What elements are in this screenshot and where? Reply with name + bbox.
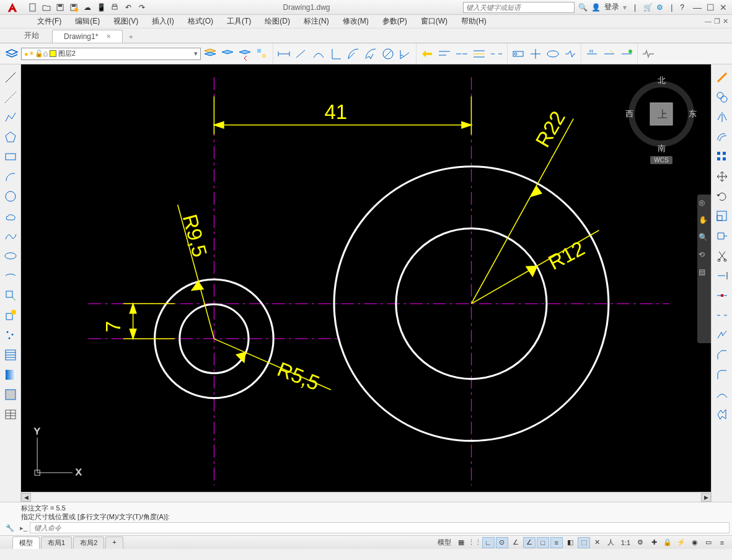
layer-match-icon[interactable]: [254, 46, 270, 62]
fillet-icon[interactable]: [714, 367, 730, 383]
tab-add-button[interactable]: +: [124, 32, 138, 43]
break-point-icon[interactable]: [714, 287, 730, 304]
wrench-icon[interactable]: 🔧: [2, 524, 17, 532]
nav-showmotion-icon[interactable]: ▤: [699, 268, 710, 279]
maximize-button[interactable]: ☐: [707, 2, 715, 12]
anno-scale[interactable]: 1:1: [619, 539, 633, 546]
make-block-icon[interactable]: [2, 307, 19, 323]
dim-ordinate-icon[interactable]: [328, 46, 344, 62]
point-icon[interactable]: [2, 327, 19, 343]
lwt-toggle[interactable]: ≡: [550, 537, 563, 548]
tab-close-icon[interactable]: ×: [107, 32, 111, 41]
tab-layout1[interactable]: 布局1: [41, 536, 72, 549]
view-cube[interactable]: 上 北 南 西 东 WCS: [624, 71, 699, 151]
search-go-icon[interactable]: 🔍: [578, 3, 588, 12]
ellipse-arc-icon[interactable]: [2, 268, 19, 284]
child-minimize[interactable]: —: [705, 17, 712, 25]
circle-icon[interactable]: [2, 188, 19, 204]
move-icon[interactable]: [714, 168, 730, 185]
share-icon[interactable]: ⚙: [656, 3, 663, 12]
chamfer-icon[interactable]: [714, 347, 730, 363]
layer-selector[interactable]: ● ☀ 🔓 ⎙ 图层2 ▾: [21, 48, 201, 60]
osnap-toggle[interactable]: □: [537, 537, 549, 548]
grid-toggle[interactable]: ▦: [455, 537, 467, 548]
trim-icon[interactable]: [714, 248, 730, 264]
login-label[interactable]: 登录: [604, 2, 619, 12]
array-icon[interactable]: [714, 149, 730, 165]
snap-toggle[interactable]: ⋮⋮: [469, 537, 481, 548]
clean-screen[interactable]: ▭: [702, 537, 715, 548]
menu-insert[interactable]: 插入(I): [146, 15, 180, 28]
hatch-icon[interactable]: [2, 347, 19, 363]
ellipse-icon[interactable]: [2, 248, 19, 264]
inspect-icon[interactable]: [545, 46, 561, 62]
dim-jogged-icon[interactable]: [363, 46, 379, 62]
drawing-canvas[interactable]: 41 R22 R12 R9,5 R5,5 7 X Y: [21, 64, 711, 492]
dim-continue-icon[interactable]: [454, 46, 470, 62]
dim-update-icon[interactable]: [619, 46, 635, 62]
jog-line-icon[interactable]: [562, 46, 578, 62]
open-icon[interactable]: [41, 2, 52, 13]
arc-icon[interactable]: [2, 168, 19, 185]
copy-icon[interactable]: [714, 89, 730, 105]
save-icon[interactable]: [55, 2, 66, 13]
isolate-objects[interactable]: ◉: [689, 537, 701, 548]
close-button[interactable]: ✕: [720, 2, 727, 12]
redo-icon[interactable]: ↷: [136, 2, 148, 13]
rectangle-icon[interactable]: [2, 149, 19, 165]
menu-modify[interactable]: 修改(M): [337, 15, 375, 28]
menu-window[interactable]: 窗口(W): [415, 15, 454, 28]
insert-block-icon[interactable]: [2, 287, 19, 304]
dim-space-icon[interactable]: [471, 46, 487, 62]
dim-arc-icon[interactable]: [311, 46, 327, 62]
revision-cloud-icon[interactable]: [2, 208, 19, 224]
dim-baseline-icon[interactable]: [436, 46, 452, 62]
heartbeat-icon[interactable]: [640, 46, 656, 62]
cloud-open-icon[interactable]: ☁: [82, 2, 93, 13]
mirror-icon[interactable]: [714, 109, 730, 125]
stretch-icon[interactable]: [714, 228, 730, 244]
break-icon[interactable]: [714, 307, 730, 323]
spline-icon[interactable]: [2, 228, 19, 244]
undo-icon[interactable]: ↶: [123, 2, 134, 13]
center-mark-icon[interactable]: [527, 46, 544, 62]
tab-drawing1[interactable]: Drawing1* ×: [52, 30, 123, 43]
join-icon[interactable]: [714, 327, 730, 343]
nav-wheel-icon[interactable]: ◎: [699, 198, 710, 209]
scale-icon[interactable]: [714, 208, 730, 224]
3dosnap-toggle[interactable]: ✕: [591, 537, 604, 548]
print-icon[interactable]: [109, 2, 120, 13]
menu-view[interactable]: 视图(V): [107, 15, 144, 28]
iso-toggle[interactable]: ∠: [509, 537, 522, 548]
offset-icon[interactable]: [714, 129, 730, 145]
dim-angular-icon[interactable]: [397, 46, 413, 62]
anno-monitor[interactable]: 🔒: [661, 537, 674, 548]
command-input[interactable]: [30, 522, 730, 533]
menu-help[interactable]: 帮助(H): [455, 15, 493, 28]
tolerance-icon[interactable]: [510, 46, 526, 62]
user-icon[interactable]: 👤: [591, 3, 601, 12]
child-close[interactable]: ✕: [723, 17, 728, 25]
scroll-left[interactable]: ◀: [21, 493, 31, 502]
polygon-icon[interactable]: [2, 129, 19, 145]
explode-icon[interactable]: [714, 406, 730, 422]
help-icon[interactable]: ?: [680, 3, 684, 12]
otrack-toggle[interactable]: ∠: [523, 537, 536, 548]
search-input[interactable]: [463, 2, 575, 13]
nav-pan-icon[interactable]: ✋: [699, 216, 710, 227]
horizontal-scrollbar[interactable]: ◀ ▶: [21, 492, 711, 502]
table-icon[interactable]: [2, 406, 19, 422]
polar-toggle[interactable]: ⊙: [496, 537, 508, 548]
dim-break-icon[interactable]: [488, 46, 505, 62]
new-icon[interactable]: [27, 2, 38, 13]
nav-zoom-icon[interactable]: 🔍: [699, 233, 710, 244]
blend-icon[interactable]: [714, 387, 730, 403]
transparency-toggle[interactable]: ◧: [564, 537, 576, 548]
layer-iso-icon[interactable]: [219, 46, 236, 62]
menu-tools[interactable]: 工具(T): [221, 15, 257, 28]
dim-tedit-icon[interactable]: [601, 46, 617, 62]
dim-linear-icon[interactable]: [276, 46, 292, 62]
scroll-right[interactable]: ▶: [701, 493, 711, 502]
ortho-toggle[interactable]: ∟: [482, 537, 495, 548]
menu-file[interactable]: 文件(F): [31, 15, 68, 28]
